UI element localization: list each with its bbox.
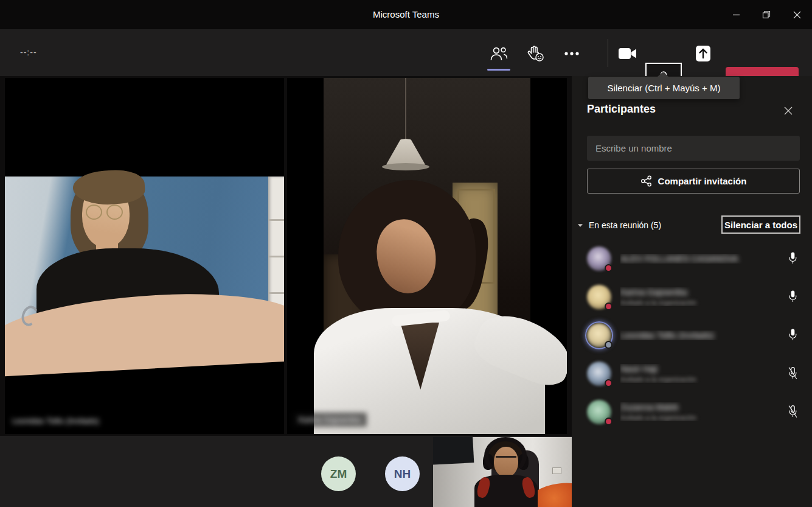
mic-on-icon <box>789 329 796 340</box>
participant-name: Nasir Haji <box>620 364 785 374</box>
tooltip-text: Silenciar (Ctrl + Mayús + M) <box>608 83 721 93</box>
participant-avatar <box>587 362 611 386</box>
mic-muted-icon <box>789 406 797 418</box>
ellipsis-icon <box>564 51 580 56</box>
section-collapse-toggle[interactable]: En esta reunión (5) <box>577 220 661 230</box>
participant-avatar <box>587 400 611 424</box>
minimize-button[interactable] <box>721 0 751 29</box>
mute-all-label: Silenciar a todos <box>724 220 797 230</box>
participant-mic-button[interactable] <box>785 405 800 419</box>
participant-name: ALEX FOLLANES CASANOVA <box>620 254 785 264</box>
participant-mic-button[interactable] <box>785 251 800 265</box>
participant-row[interactable]: Leonidas Tollis (Invitado) <box>572 316 812 354</box>
teams-meeting-window: Microsoft Teams --:-- <box>0 0 812 507</box>
close-panel-icon <box>783 106 793 116</box>
present-arrow-icon <box>693 44 713 63</box>
presence-badge <box>605 379 612 387</box>
chevron-down-icon <box>577 223 583 228</box>
tooltip-arrow <box>658 72 668 77</box>
participant-subtitle: Invitado a la organización <box>620 376 785 383</box>
self-view-video[interactable] <box>433 437 572 507</box>
participant-name: Zuzanna Malek <box>620 402 785 412</box>
active-tab-underline <box>487 69 510 71</box>
share-invitation-icon <box>640 175 652 187</box>
participant-avatar <box>587 285 611 309</box>
restore-icon <box>762 10 771 19</box>
participant-row[interactable]: Karina Gajownika Invitado a la organizac… <box>572 278 812 316</box>
meeting-timer: --:-- <box>20 47 37 57</box>
mute-all-button[interactable]: Silenciar a todos <box>721 215 800 234</box>
presence-badge <box>605 418 612 425</box>
section-label: En esta reunión (5) <box>589 220 661 230</box>
initials-nh: NH <box>394 467 411 481</box>
mic-on-icon <box>789 291 796 302</box>
participant-name: Karina Gajownika <box>620 287 785 297</box>
participant-avatar <box>587 247 611 271</box>
video-stage: Leonidas Tollis (Invitado) <box>0 76 572 507</box>
video-tile-1-name-label: Leonidas Tollis (Invitado) <box>12 416 99 425</box>
share-screen-button[interactable] <box>690 41 717 66</box>
participant-mic-button[interactable] <box>785 366 800 380</box>
toolbar-divider <box>608 39 608 67</box>
participant-search-input[interactable] <box>587 136 800 161</box>
stage-bottom-bar: ZM NH <box>0 436 572 507</box>
participant-row[interactable]: Nasir Haji Invitado a la organización <box>572 354 812 393</box>
title-bar: Microsoft Teams <box>0 0 812 29</box>
share-invitation-button[interactable]: Compartir invitación <box>587 169 800 194</box>
participant-row[interactable]: ALEX FOLLANES CASANOVA <box>572 239 812 278</box>
participant-row[interactable]: Zuzanna Malek Invitado a la organización <box>572 393 812 431</box>
initials-zm: ZM <box>330 467 347 481</box>
more-options-button[interactable] <box>558 40 585 67</box>
meeting-main-area: Leonidas Tollis (Invitado) <box>0 76 812 507</box>
presence-badge <box>605 302 612 310</box>
camera-button[interactable] <box>614 41 641 66</box>
participant-list: ALEX FOLLANES CASANOVA <box>572 239 812 431</box>
mic-muted-icon <box>789 368 797 379</box>
minimize-icon <box>732 11 740 19</box>
participants-button[interactable] <box>485 40 512 67</box>
close-icon <box>793 11 801 19</box>
participant-initials-avatar-zm[interactable]: ZM <box>321 456 356 491</box>
participant-avatar <box>587 323 611 348</box>
participant-mic-button[interactable] <box>785 328 800 342</box>
in-meeting-section: En esta reunión (5) Silenciar a todos <box>572 216 812 234</box>
participant-subtitle: Invitado a la organización <box>620 414 785 421</box>
meeting-toolbar: --:-- <box>0 29 812 76</box>
video-feed-2 <box>324 78 530 434</box>
panel-title: Participantes <box>587 103 656 116</box>
presence-badge <box>605 264 612 272</box>
raise-hand-reaction-icon <box>526 45 544 62</box>
window-title: Microsoft Teams <box>0 0 812 29</box>
participant-initials-avatar-nh[interactable]: NH <box>385 456 420 491</box>
participant-subtitle: Invitado a la organización <box>620 299 785 306</box>
video-tile-2-name-label: Karina Gajownika <box>293 413 367 427</box>
camera-on-icon <box>618 47 637 60</box>
share-invitation-label: Compartir invitación <box>658 176 747 186</box>
mic-on-icon <box>789 253 796 264</box>
video-feed-1 <box>5 177 284 338</box>
close-panel-button[interactable] <box>782 104 795 117</box>
close-window-button[interactable] <box>782 0 812 29</box>
reactions-button[interactable] <box>522 40 549 67</box>
video-tile-1[interactable]: Leonidas Tollis (Invitado) <box>5 78 284 434</box>
participants-icon <box>490 46 508 61</box>
participant-name: Leonidas Tollis (Invitado) <box>620 330 785 340</box>
participant-mic-button[interactable] <box>785 290 800 304</box>
mute-tooltip: Silenciar (Ctrl + Mayús + M) <box>588 77 740 99</box>
participants-panel: Participantes Compartir invitación <box>572 76 812 507</box>
restore-button[interactable] <box>751 0 782 29</box>
video-tile-2[interactable]: Karina Gajownika <box>287 78 567 434</box>
window-controls <box>721 0 812 29</box>
presence-badge <box>605 341 612 349</box>
